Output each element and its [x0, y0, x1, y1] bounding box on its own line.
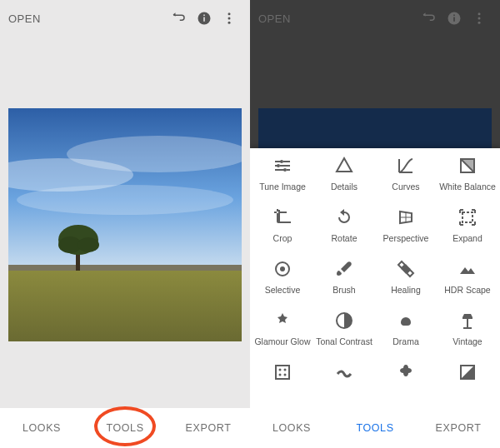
svg-point-25 [277, 164, 280, 167]
tab-tools[interactable]: TOOLS [83, 422, 167, 434]
tool-label: Selective [265, 285, 301, 295]
svg-point-19 [478, 12, 481, 15]
tab-tools[interactable]: TOOLS [333, 422, 417, 434]
tool-curves[interactable]: Curves [375, 155, 437, 192]
curves-icon [395, 155, 417, 177]
svg-rect-34 [276, 366, 289, 379]
svg-rect-11 [8, 271, 242, 341]
tool-bw[interactable] [437, 361, 498, 388]
tool-tonal[interactable]: Tonal Contrast [313, 310, 375, 346]
tool-label: Vintage [452, 336, 482, 346]
wbalance-icon [457, 155, 478, 177]
retrolux-icon [333, 361, 355, 383]
tools-panel: Tune ImageDetailsCurvesWhite BalanceCrop… [250, 148, 500, 408]
tool-crop[interactable]: Crop [252, 207, 313, 243]
svg-point-26 [283, 168, 287, 172]
healing-icon [395, 258, 417, 280]
tool-grunge[interactable] [375, 361, 437, 388]
svg-point-5 [228, 22, 231, 24]
svg-point-37 [279, 374, 282, 376]
svg-point-4 [228, 17, 231, 20]
tool-label: Expand [452, 233, 482, 243]
svg-point-35 [279, 369, 282, 371]
tool-brush[interactable]: Brush [313, 258, 375, 295]
svg-rect-31 [401, 264, 410, 273]
tool-vintage[interactable]: Vintage [437, 310, 498, 346]
tool-label: HDR Scape [444, 285, 490, 295]
svg-point-30 [280, 266, 285, 271]
glamour-icon [272, 310, 293, 331]
svg-point-24 [280, 160, 283, 163]
svg-rect-28 [462, 212, 472, 222]
selective-icon [272, 258, 293, 280]
tool-rotate[interactable]: Rotate [313, 207, 375, 243]
tool-retrolux[interactable] [313, 361, 375, 388]
tab-export[interactable]: EXPORT [417, 422, 500, 434]
grainy-icon [272, 361, 293, 383]
tool-label: Rotate [332, 233, 358, 243]
more-icon[interactable] [467, 11, 492, 26]
tool-label: Brush [332, 285, 355, 295]
tool-selective[interactable]: Selective [252, 258, 313, 295]
svg-point-38 [284, 374, 287, 376]
open-button[interactable]: OPEN [258, 12, 291, 25]
undo-stack-icon[interactable] [167, 11, 192, 26]
tab-export[interactable]: EXPORT [167, 422, 250, 434]
svg-point-8 [67, 136, 242, 172]
tool-drama[interactable]: Drama [375, 310, 437, 346]
more-icon[interactable] [217, 11, 242, 26]
svg-point-21 [478, 22, 481, 24]
tool-tune[interactable]: Tune Image [252, 155, 313, 192]
tonal-icon [333, 310, 355, 331]
tool-perspective[interactable]: Perspective [375, 207, 437, 243]
undo-stack-icon[interactable] [417, 11, 442, 26]
crop-icon [272, 207, 293, 228]
tool-label: Drama [392, 336, 419, 346]
tool-expand[interactable]: Expand [437, 207, 498, 243]
landscape-photo [8, 108, 242, 341]
tool-label: White Balance [439, 182, 496, 192]
details-icon [333, 155, 355, 177]
rotate-icon [333, 207, 355, 228]
topbar: OPEN [0, 0, 250, 37]
expand-icon [457, 207, 478, 228]
tool-wbalance[interactable]: White Balance [437, 155, 498, 192]
tool-label: Curves [392, 182, 419, 192]
bottom-nav: LOOKS TOOLS EXPORT [250, 408, 500, 448]
svg-rect-1 [203, 17, 205, 22]
tool-label: Healing [391, 285, 421, 295]
tool-label: Tonal Contrast [316, 336, 372, 346]
photo-canvas[interactable] [8, 108, 242, 341]
info-icon[interactable] [192, 11, 217, 26]
svg-rect-2 [203, 15, 205, 17]
tool-glamour[interactable]: Glamour Glow [252, 310, 313, 346]
tune-icon [272, 155, 293, 177]
svg-point-3 [228, 12, 231, 15]
open-button[interactable]: OPEN [8, 12, 41, 25]
svg-point-20 [478, 17, 481, 20]
tool-grainy[interactable] [252, 361, 313, 388]
hdrscape-icon [457, 258, 478, 280]
tab-looks[interactable]: LOOKS [250, 422, 333, 434]
tool-label: Tune Image [259, 182, 306, 192]
svg-rect-18 [453, 15, 455, 17]
svg-point-15 [78, 237, 99, 252]
tool-label: Perspective [383, 233, 429, 243]
topbar: OPEN [250, 0, 500, 37]
screenshot-right: OPEN Tune ImageDetailsCurvesWhite Balanc… [250, 0, 500, 448]
tool-healing[interactable]: Healing [375, 258, 437, 295]
screenshot-left: OPEN [0, 0, 250, 448]
tab-looks[interactable]: LOOKS [0, 422, 83, 434]
vintage-icon [457, 310, 478, 331]
tool-label: Glamour Glow [254, 336, 310, 346]
info-icon[interactable] [442, 11, 467, 26]
svg-rect-17 [453, 17, 455, 22]
svg-rect-33 [463, 327, 472, 329]
tool-hdrscape[interactable]: HDR Scape [437, 258, 498, 295]
bw-icon [457, 361, 478, 383]
svg-point-36 [284, 369, 287, 371]
brush-icon [333, 258, 355, 280]
perspective-icon [395, 207, 417, 228]
svg-point-9 [17, 185, 233, 215]
tool-details[interactable]: Details [313, 155, 375, 192]
